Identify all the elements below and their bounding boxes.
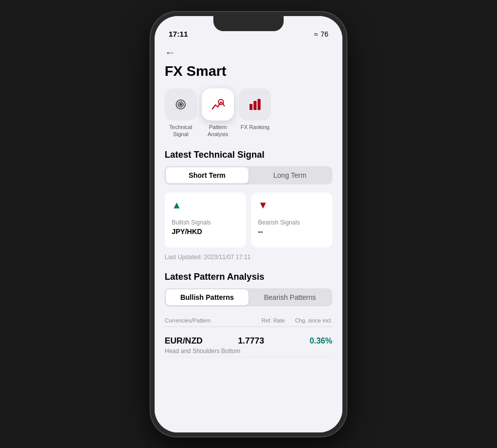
pattern-table-header: Currencies/Pattern Ref. Rate Chg. since … — [165, 314, 332, 327]
last-updated: Last Updated: 2023/11/07 17:11 — [165, 254, 332, 261]
bearish-patterns-tab[interactable]: Bearish Patterns — [248, 289, 331, 305]
long-term-tab[interactable]: Long Term — [248, 167, 331, 183]
back-button[interactable]: ← — [165, 46, 176, 59]
phone-screen: 17:11 ≈ 76 ← FX Smart — [155, 16, 342, 432]
wifi-icon: ≈ — [314, 30, 318, 38]
pattern-analysis-icon — [209, 96, 226, 113]
icon-tabs-row: TechnicalSignal PatternA — [165, 88, 332, 138]
status-time: 17:11 — [169, 30, 188, 38]
bearish-signal-value: -- — [258, 228, 325, 236]
technical-signal-label: TechnicalSignal — [169, 124, 192, 138]
fx-ranking-icon-circle — [239, 88, 271, 121]
bullish-signal-card: ▲ Bullish Signals JPY/HKD — [165, 192, 246, 248]
bullish-signal-value: JPY/HKD — [172, 228, 239, 236]
page-content: ← FX Smart Technica — [155, 41, 342, 432]
status-bar: 17:11 ≈ 76 — [155, 16, 342, 41]
status-icons: ≈ 76 — [314, 30, 328, 38]
radio-wave-icon — [173, 97, 188, 112]
pattern-analysis-section-title: Latest Pattern Analysis — [165, 272, 332, 282]
technical-signal-section-title: Latest Technical Signal — [165, 150, 332, 160]
pattern-analysis-label: PatternAnalysis — [208, 124, 228, 138]
pattern-analysis-icon-circle — [202, 88, 234, 121]
svg-rect-6 — [258, 99, 261, 110]
pattern-currency: EUR/NZD — [165, 336, 203, 346]
col-currencies-pattern: Currencies/Pattern — [165, 317, 262, 323]
bullish-arrow-icon: ▲ — [172, 199, 239, 211]
term-toggle: Short Term Long Term — [165, 166, 332, 184]
pattern-ref-rate: 1.7773 — [238, 336, 264, 346]
pattern-chg: 0.36% — [310, 337, 332, 346]
battery-icon: 76 — [320, 30, 328, 38]
tab-technical-signal[interactable]: TechnicalSignal — [165, 88, 197, 138]
fx-ranking-label: FX Ranking — [240, 124, 269, 131]
notch — [213, 16, 284, 31]
col-ref-rate: Ref. Rate — [262, 317, 285, 323]
svg-rect-4 — [250, 104, 253, 110]
technical-signal-icon-circle — [165, 88, 197, 121]
latest-technical-signal-section: Latest Technical Signal Short Term Long … — [165, 150, 332, 261]
svg-point-0 — [179, 103, 182, 106]
signal-cards: ▲ Bullish Signals JPY/HKD ▼ Bearish Sign… — [165, 192, 332, 248]
page-title: FX Smart — [165, 63, 332, 79]
col-chg-since: Chg. since incl. — [295, 317, 332, 323]
tab-pattern-analysis[interactable]: PatternAnalysis — [202, 88, 234, 138]
bar-chart-icon — [247, 97, 263, 112]
bullish-patterns-tab[interactable]: Bullish Patterns — [166, 289, 248, 305]
bearish-arrow-icon: ▼ — [258, 199, 325, 211]
bullish-signal-label: Bullish Signals — [172, 219, 239, 226]
phone-frame: 17:11 ≈ 76 ← FX Smart — [151, 12, 346, 436]
pattern-toggle: Bullish Patterns Bearish Patterns — [165, 288, 332, 306]
latest-pattern-analysis-section: Latest Pattern Analysis Bullish Patterns… — [165, 272, 332, 357]
pattern-row-top: EUR/NZD 1.7773 0.36% — [165, 336, 332, 346]
pattern-row: EUR/NZD 1.7773 0.36% Head and Shoulders … — [165, 331, 332, 357]
bearish-signal-card: ▼ Bearish Signals -- — [251, 192, 332, 248]
pattern-name: Head and Shoulders Bottom — [165, 348, 332, 355]
tab-fx-ranking[interactable]: FX Ranking — [239, 88, 271, 138]
bearish-signal-label: Bearish Signals — [258, 219, 325, 226]
svg-rect-5 — [254, 101, 257, 110]
short-term-tab[interactable]: Short Term — [166, 167, 248, 183]
